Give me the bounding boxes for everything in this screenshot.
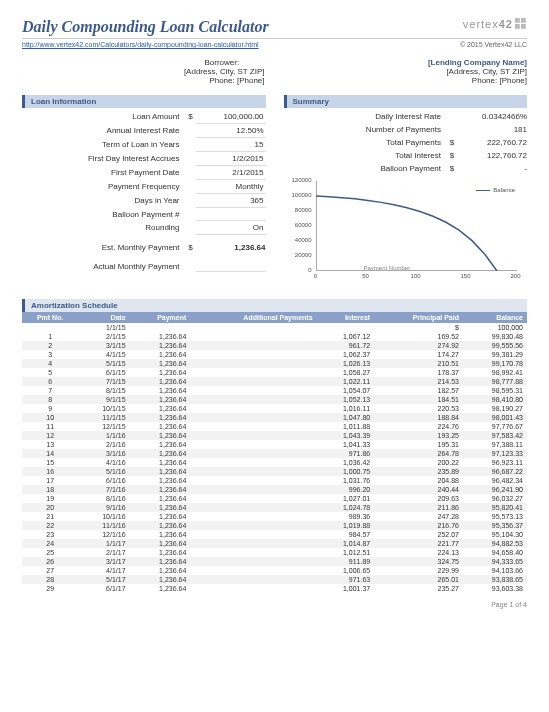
field-label: Rounding bbox=[22, 221, 186, 235]
field-input[interactable]: Monthly bbox=[196, 180, 266, 194]
field-input[interactable] bbox=[196, 208, 266, 221]
page-footer: Page 1 of 4 bbox=[22, 601, 527, 608]
parties-block: Borrower: [Address, City, ST ZIP] Phone:… bbox=[22, 58, 527, 85]
cell-interest: 1,026.13 bbox=[317, 359, 375, 368]
actual-payment-input[interactable] bbox=[196, 260, 266, 272]
grid-icon bbox=[515, 18, 527, 30]
summary-row: Total Payments$222,760.72 bbox=[284, 136, 528, 149]
actual-payment-row: Actual Monthly Payment bbox=[22, 260, 266, 273]
summary-col: Summary Daily Interest Rate0.0342466%Num… bbox=[284, 95, 528, 291]
field-input[interactable]: 365 bbox=[196, 194, 266, 208]
field-input[interactable]: 1/2/2015 bbox=[196, 152, 266, 166]
cell-additional bbox=[190, 539, 316, 548]
field-currency bbox=[186, 221, 196, 235]
table-row: 1011/1/151,236.641,047.80188.8498,001.43 bbox=[22, 413, 527, 422]
y-tick: 60000 bbox=[284, 222, 312, 228]
amort-col-header: Pmt No. bbox=[22, 312, 78, 323]
cell-interest: 1,027.01 bbox=[317, 494, 375, 503]
cell-payment: 1,236.64 bbox=[130, 575, 191, 584]
cell-date: 12/1/15 bbox=[78, 422, 129, 431]
cell-date: 2/1/15 bbox=[78, 332, 129, 341]
amort-col-header: Balance bbox=[463, 312, 527, 323]
cell-principal: 235.89 bbox=[374, 467, 463, 476]
cell-additional bbox=[190, 485, 316, 494]
summary-label: Balloon Payment bbox=[284, 162, 448, 175]
field-currency bbox=[186, 208, 196, 221]
summary-value: 122,760.72 bbox=[457, 149, 527, 162]
cell-additional bbox=[190, 494, 316, 503]
table-row: 2110/1/161,236.64989.36247.2895,573.13 bbox=[22, 512, 527, 521]
field-input[interactable]: 2/1/2015 bbox=[196, 166, 266, 180]
cell-principal: 224.13 bbox=[374, 548, 463, 557]
cell-balance: 95,356.37 bbox=[463, 521, 527, 530]
cell-interest: 1,058.27 bbox=[317, 368, 375, 377]
amort-table: Pmt No.DatePaymentAdditional PaymentsInt… bbox=[22, 312, 527, 593]
cell-payment: 1,236.64 bbox=[130, 512, 191, 521]
cell-payment: 1,236.64 bbox=[130, 530, 191, 539]
cell-additional bbox=[190, 404, 316, 413]
cell-balance: 94,882.53 bbox=[463, 539, 527, 548]
field-label: Term of Loan in Years bbox=[22, 138, 186, 152]
cell-date: 4/1/15 bbox=[78, 350, 129, 359]
document-header: Daily Compounding Loan Calculator vertex… bbox=[22, 18, 527, 39]
field-label: Balloon Payment # bbox=[22, 208, 186, 221]
cell-balance: 98,190.27 bbox=[463, 404, 527, 413]
cell-date: 5/1/15 bbox=[78, 359, 129, 368]
field-input[interactable]: 15 bbox=[196, 138, 266, 152]
table-row: 45/1/151,236.641,026.13210.5199,170.78 bbox=[22, 359, 527, 368]
cell-payment: 1,236.64 bbox=[130, 584, 191, 593]
x-tick: 150 bbox=[458, 273, 474, 301]
cell-payment: 1,236.64 bbox=[130, 350, 191, 359]
field-input[interactable]: On bbox=[196, 221, 266, 235]
subheader: http://www.vertex42.com/Calculators/dail… bbox=[22, 41, 527, 48]
cell-principal: 184.51 bbox=[374, 395, 463, 404]
cell-principal: 224.76 bbox=[374, 422, 463, 431]
x-tick: 50 bbox=[358, 273, 374, 301]
cell-date: 5/1/17 bbox=[78, 575, 129, 584]
cell-interest: 1,011.88 bbox=[317, 422, 375, 431]
summary-currency bbox=[447, 110, 457, 123]
cell-principal: 221.77 bbox=[374, 539, 463, 548]
lender-phone: Phone: [Phone] bbox=[275, 76, 528, 85]
cell-balance: 97,776.67 bbox=[463, 422, 527, 431]
cell-principal: 210.51 bbox=[374, 359, 463, 368]
cell-date: 9/1/15 bbox=[78, 395, 129, 404]
field-label: First Payment Date bbox=[22, 166, 186, 180]
y-tick: 120000 bbox=[284, 177, 312, 183]
source-link[interactable]: http://www.vertex42.com/Calculators/dail… bbox=[22, 41, 259, 48]
cell-pmtno: 1 bbox=[22, 332, 78, 341]
amort-col-header: Interest bbox=[317, 312, 375, 323]
cell-date: 7/1/15 bbox=[78, 377, 129, 386]
table-row: 910/1/151,236.641,016.11220.5398,190.27 bbox=[22, 404, 527, 413]
cell-balance: 96,032.27 bbox=[463, 494, 527, 503]
cell-date: 6/1/15 bbox=[78, 368, 129, 377]
cell-interest: 1,043.39 bbox=[317, 431, 375, 440]
cell-principal: 265.01 bbox=[374, 575, 463, 584]
cell-payment: 1,236.64 bbox=[130, 449, 191, 458]
cell-additional bbox=[190, 368, 316, 377]
table-row: 2312/1/161,236.64984.57252.0795,104.30 bbox=[22, 530, 527, 539]
field-input[interactable]: 100,000.00 bbox=[196, 110, 266, 124]
cell-pmtno: 6 bbox=[22, 377, 78, 386]
cell-balance: 98,595.31 bbox=[463, 386, 527, 395]
borrower-label: Borrower: bbox=[205, 58, 265, 67]
cell-principal: 174.27 bbox=[374, 350, 463, 359]
cell-pmtno: 2 bbox=[22, 341, 78, 350]
field-currency bbox=[186, 138, 196, 152]
cell-date: 3/1/15 bbox=[78, 341, 129, 350]
cell-date: 3/1/16 bbox=[78, 449, 129, 458]
cell-payment: 1,236.64 bbox=[130, 332, 191, 341]
cell-additional bbox=[190, 422, 316, 431]
cell-interest: 1,000.75 bbox=[317, 467, 375, 476]
cell-additional bbox=[190, 566, 316, 575]
balance-chart: Balance 02000040000600008000010000012000… bbox=[284, 181, 528, 291]
svg-rect-2 bbox=[515, 24, 520, 29]
cell-date: 7/1/16 bbox=[78, 485, 129, 494]
table-row: 143/1/161,236.64971.86264.7897,123.33 bbox=[22, 449, 527, 458]
summary-label: Total Interest bbox=[284, 149, 448, 162]
lender-name: [Lending Company Name] bbox=[275, 58, 528, 67]
table-row: 56/1/151,236.641,058.27178.3798,992.41 bbox=[22, 368, 527, 377]
cell-additional bbox=[190, 350, 316, 359]
cell-date: 6/1/16 bbox=[78, 476, 129, 485]
field-input[interactable]: 12.50% bbox=[196, 124, 266, 138]
